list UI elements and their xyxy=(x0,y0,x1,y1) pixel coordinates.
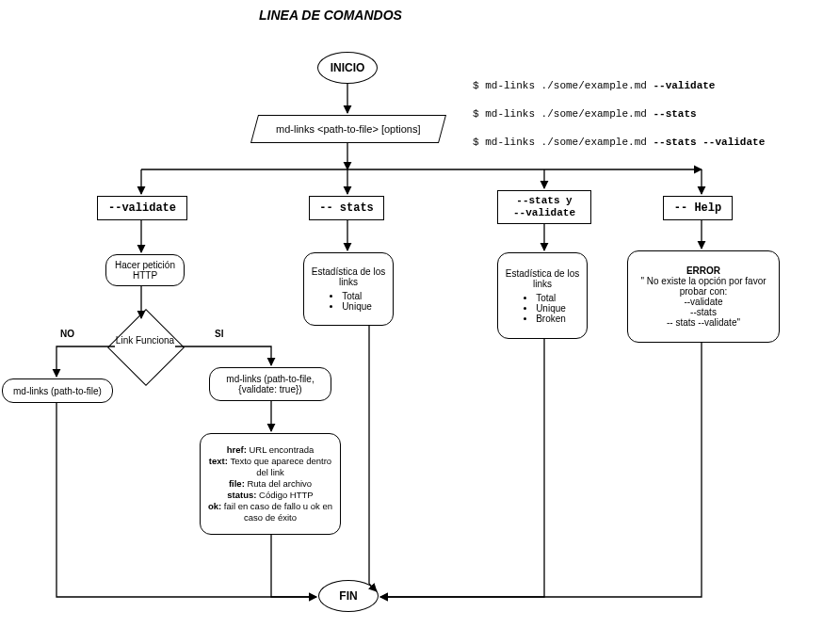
option-stats-validate: --stats y --validate xyxy=(497,190,591,224)
example-3-opt: --stats --validate xyxy=(653,137,765,148)
http-request-node: Hacer petición HTTP xyxy=(105,254,185,286)
no-result-node: md-links (path-to-file) xyxy=(2,378,113,403)
option-validate: --validate xyxy=(97,196,187,220)
stats-label: Estadística de los links xyxy=(310,266,387,287)
v-status: Código HTTP xyxy=(256,490,313,500)
v-ok: fail en caso de fallo u ok en caso de éx… xyxy=(221,501,332,523)
v-text: Texto que aparece dentro del link xyxy=(228,456,331,477)
example-2: $ md-links ./some/example.md --stats xyxy=(473,108,697,120)
sv-unique: Unique xyxy=(536,303,566,314)
k-href: href: xyxy=(227,444,247,455)
si-result-node: md-links (path-to-file, {validate: true}… xyxy=(209,367,331,401)
start-label: INICIO xyxy=(331,61,365,74)
example-3-prefix: $ md-links ./some/example.md xyxy=(473,137,653,148)
option-stats: -- stats xyxy=(309,196,384,220)
v-file: Ruta del archivo xyxy=(245,478,312,489)
decision-label: Link Funciona xyxy=(107,335,183,346)
diamond-shape xyxy=(107,309,185,386)
option-help-label: -- Help xyxy=(674,201,721,215)
end-label: FIN xyxy=(339,589,357,603)
example-1-prefix: $ md-links ./some/example.md xyxy=(473,80,653,91)
end-node: FIN xyxy=(318,580,379,612)
sv-broken: Broken xyxy=(536,314,566,324)
stats-unique: Unique xyxy=(342,301,372,312)
example-2-opt: --stats xyxy=(653,108,696,120)
example-3: $ md-links ./some/example.md --stats --v… xyxy=(473,137,765,148)
example-1: $ md-links ./some/example.md --validate xyxy=(473,80,715,91)
si-result-label: md-links (path-to-file, {validate: true}… xyxy=(216,374,325,394)
diagram-title: LINEA DE COMANDOS xyxy=(259,8,402,23)
option-validate-label: --validate xyxy=(108,201,176,215)
error-title: ERROR xyxy=(686,266,720,276)
link-works-decision: Link Funciona xyxy=(107,318,183,375)
command-input-node: md-links <path-to-file> [options] xyxy=(250,115,446,143)
k-ok: ok: xyxy=(208,501,221,511)
sv-total: Total xyxy=(536,293,566,303)
error-l3: --stats xyxy=(690,307,717,317)
decision-si-label: SI xyxy=(215,329,223,339)
error-l1: " No existe la opción por favor probar c… xyxy=(634,276,773,297)
sv-list: Total Unique Broken xyxy=(519,293,566,324)
option-help: -- Help xyxy=(663,196,733,220)
stats-list: Total Unique xyxy=(325,291,372,312)
example-1-opt: --validate xyxy=(653,80,715,91)
error-node: ERROR " No existe la opción por favor pr… xyxy=(627,250,780,343)
http-request-label: Hacer petición HTTP xyxy=(112,260,178,281)
option-sv-l2: --validate xyxy=(513,207,575,219)
stats-total: Total xyxy=(342,291,372,301)
command-input-label: md-links <path-to-file> [options] xyxy=(276,123,420,135)
error-l2: --validate xyxy=(684,297,722,307)
detail-content: href: URL encontrada text: Texto que apa… xyxy=(206,444,334,523)
option-sv-l1: --stats y xyxy=(516,195,572,207)
option-stats-label: -- stats xyxy=(319,201,374,215)
start-node: INICIO xyxy=(317,52,378,84)
stats-node: Estadística de los links Total Unique xyxy=(303,252,394,326)
k-file: file: xyxy=(229,478,245,489)
detail-node: href: URL encontrada text: Texto que apa… xyxy=(200,433,341,535)
decision-no-label: NO xyxy=(60,329,74,339)
k-status: status: xyxy=(227,490,256,500)
v-href: URL encontrada xyxy=(247,444,314,455)
no-result-label: md-links (path-to-file) xyxy=(13,386,102,396)
k-text: text: xyxy=(209,456,228,466)
sv-label: Estadística de los links xyxy=(504,268,581,289)
stats-validate-node: Estadística de los links Total Unique Br… xyxy=(497,252,588,339)
error-l4: -- stats --validate" xyxy=(667,317,740,328)
example-2-prefix: $ md-links ./some/example.md xyxy=(473,108,653,120)
